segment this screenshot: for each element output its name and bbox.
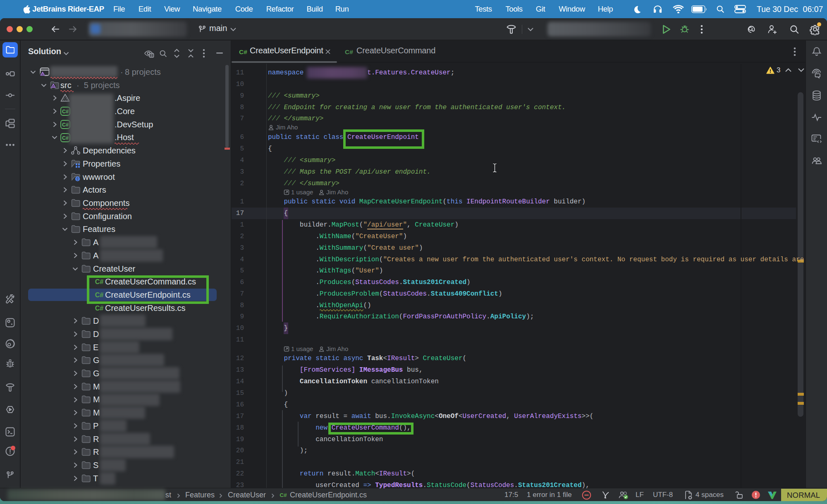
svg-text:C#: C# — [95, 305, 104, 312]
svg-text:C#: C# — [239, 48, 247, 55]
svg-text:C#: C# — [345, 48, 353, 55]
svg-text:C#: C# — [62, 135, 69, 141]
svg-text:C#: C# — [62, 109, 69, 115]
svg-text:C#: C# — [62, 122, 69, 128]
svg-text:C#: C# — [280, 492, 287, 498]
